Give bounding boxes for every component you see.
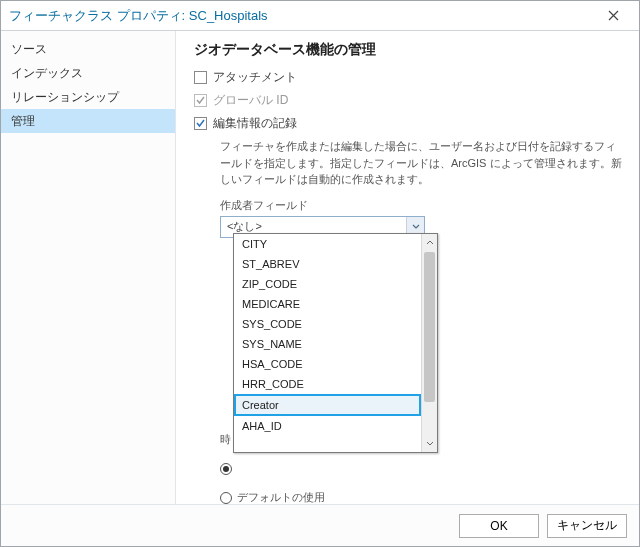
- radio-utc[interactable]: [220, 463, 232, 475]
- dropdown-item[interactable]: HSA_CODE: [234, 354, 421, 374]
- checkbox-globalid-row: グローバル ID: [194, 92, 623, 109]
- checkbox-editortrack-label: 編集情報の記録: [213, 115, 297, 132]
- sidebar-item-source[interactable]: ソース: [1, 37, 175, 61]
- checkbox-attachment[interactable]: [194, 71, 207, 84]
- sidebar: ソース インデックス リレーションシップ 管理: [1, 31, 176, 505]
- creator-field-label: 作成者フィールド: [220, 198, 623, 213]
- dropdown-item[interactable]: MEDICARE: [234, 294, 421, 314]
- scroll-down-icon[interactable]: [422, 436, 437, 452]
- window-title: フィーチャクラス プロパティ: SC_Hospitals: [9, 7, 268, 25]
- sidebar-item-relationship[interactable]: リレーションシップ: [1, 85, 175, 109]
- dropdown-item[interactable]: AHA_ID: [234, 416, 421, 436]
- close-button[interactable]: [595, 3, 631, 29]
- ok-button[interactable]: OK: [459, 514, 539, 538]
- checkbox-attachment-label: アタッチメント: [213, 69, 297, 86]
- dropdown-item-highlighted[interactable]: Creator: [234, 394, 421, 416]
- scroll-thumb[interactable]: [424, 252, 435, 402]
- dropdown-item[interactable]: SYS_CODE: [234, 314, 421, 334]
- dropdown-item[interactable]: ZIP_CODE: [234, 274, 421, 294]
- creator-field-value: <なし>: [221, 219, 406, 234]
- cancel-button[interactable]: キャンセル: [547, 514, 627, 538]
- checkbox-editortrack-row: 編集情報の記録: [194, 115, 623, 132]
- footer: OK キャンセル: [1, 504, 639, 546]
- checkbox-globalid: [194, 94, 207, 107]
- creator-field-dropdown: CITY ST_ABREV ZIP_CODE MEDICARE SYS_CODE…: [233, 233, 438, 453]
- default-label: デフォルトの使用: [237, 491, 325, 503]
- dropdown-list: CITY ST_ABREV ZIP_CODE MEDICARE SYS_CODE…: [234, 234, 421, 452]
- checkbox-attachment-row: アタッチメント: [194, 69, 623, 86]
- dropdown-item[interactable]: SYS_NAME: [234, 334, 421, 354]
- sidebar-item-index[interactable]: インデックス: [1, 61, 175, 85]
- dropdown-item[interactable]: ST_ABREV: [234, 254, 421, 274]
- dropdown-item[interactable]: CITY: [234, 234, 421, 254]
- time-label: 時: [220, 432, 231, 447]
- section-heading: ジオデータベース機能の管理: [194, 41, 623, 59]
- scroll-up-icon[interactable]: [422, 234, 437, 250]
- radio-default[interactable]: [220, 492, 232, 504]
- titlebar: フィーチャクラス プロパティ: SC_Hospitals: [1, 1, 639, 31]
- dropdown-item[interactable]: HRR_CODE: [234, 374, 421, 394]
- checkbox-globalid-label: グローバル ID: [213, 92, 288, 109]
- editortrack-description: フィーチャを作成または編集した場合に、ユーザー名および日付を記録するフィールドを…: [220, 138, 623, 188]
- checkbox-editortrack[interactable]: [194, 117, 207, 130]
- dropdown-scrollbar[interactable]: [421, 234, 437, 452]
- sidebar-item-manage[interactable]: 管理: [1, 109, 175, 133]
